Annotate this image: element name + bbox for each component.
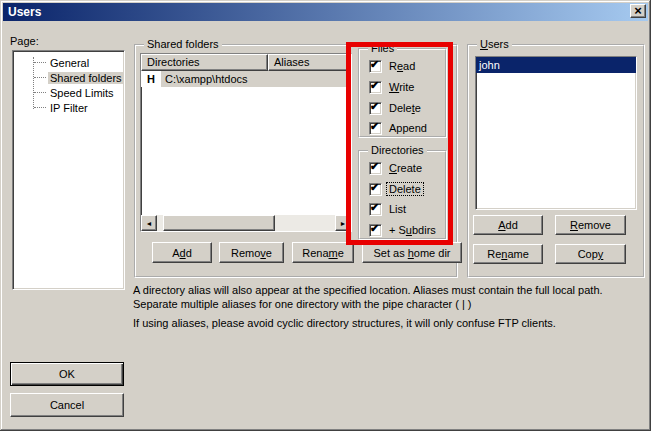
add-folder-button[interactable]: Add bbox=[152, 242, 212, 263]
alias-note-1: A directory alias will also appear at th… bbox=[133, 283, 640, 311]
scroll-right-icon[interactable] bbox=[335, 215, 351, 231]
copy-user-button[interactable]: Copy bbox=[555, 244, 626, 264]
shared-folders-group-label: Shared folders bbox=[144, 38, 222, 50]
users-group-label: Users bbox=[477, 38, 512, 50]
checkbox-subdirs[interactable]: + Subdirs bbox=[369, 223, 438, 237]
title-bar[interactable]: Users bbox=[3, 3, 648, 21]
checked-checkbox-icon[interactable] bbox=[369, 183, 382, 196]
page-tree[interactable]: General Shared folders Speed Limits IP F… bbox=[12, 50, 125, 290]
alias-notes: A directory alias will also appear at th… bbox=[133, 283, 640, 330]
cancel-button[interactable]: Cancel bbox=[10, 393, 124, 417]
close-icon[interactable] bbox=[630, 4, 646, 18]
files-group-label: Files bbox=[368, 42, 397, 54]
column-header-aliases[interactable]: Aliases bbox=[268, 54, 351, 71]
sidebar-item-general[interactable]: General bbox=[13, 55, 124, 70]
sidebar-item-shared-folders[interactable]: Shared folders bbox=[13, 70, 124, 85]
scrollbar-thumb[interactable] bbox=[163, 215, 275, 231]
remove-folder-button[interactable]: Remove bbox=[219, 242, 284, 263]
sidebar-item-ip-filter[interactable]: IP Filter bbox=[13, 100, 124, 115]
user-item-john[interactable]: john bbox=[476, 57, 636, 73]
checkbox-write[interactable]: Write bbox=[369, 80, 416, 94]
checked-checkbox-icon[interactable] bbox=[369, 102, 382, 115]
set-as-home-dir-button[interactable]: Set as home dir bbox=[362, 242, 462, 263]
sidebar-item-speed-limits[interactable]: Speed Limits bbox=[13, 85, 124, 100]
window-title: Users bbox=[8, 5, 41, 19]
checkbox-delete-file[interactable]: Delete bbox=[369, 101, 423, 115]
directories-group-label: Directories bbox=[368, 144, 427, 156]
checkbox-delete-dir[interactable]: Delete bbox=[369, 182, 423, 196]
alias-note-2: If using aliases, please avoid cyclic di… bbox=[133, 316, 640, 330]
checkbox-append[interactable]: Append bbox=[369, 121, 429, 135]
ok-button[interactable]: OK bbox=[10, 362, 124, 386]
add-user-button[interactable]: Add bbox=[473, 215, 543, 235]
checked-checkbox-icon[interactable] bbox=[369, 81, 382, 94]
checkbox-read[interactable]: Read bbox=[369, 59, 417, 73]
directories-listview[interactable]: Directories Aliases H C:\xampp\htdocs bbox=[140, 53, 352, 232]
page-label: Page: bbox=[10, 35, 39, 47]
checked-checkbox-icon[interactable] bbox=[369, 60, 382, 73]
rename-user-button[interactable]: Rename bbox=[473, 244, 543, 264]
scroll-left-icon[interactable] bbox=[141, 215, 157, 231]
checked-checkbox-icon[interactable] bbox=[369, 203, 382, 216]
users-dialog: Users Page: General Shared folders Speed… bbox=[0, 0, 651, 431]
checkbox-list[interactable]: List bbox=[369, 202, 408, 216]
listview-header: Directories Aliases bbox=[141, 54, 351, 71]
files-permissions-group: Files Read Write Delete Append bbox=[358, 48, 447, 138]
checkbox-create[interactable]: Create bbox=[369, 161, 424, 175]
checked-checkbox-icon[interactable] bbox=[369, 122, 382, 135]
column-header-directories[interactable]: Directories bbox=[141, 54, 268, 71]
directories-permissions-group: Directories Create Delete List + Subdirs bbox=[358, 150, 447, 240]
checked-checkbox-icon[interactable] bbox=[369, 224, 382, 237]
directory-path: C:\xampp\htdocs bbox=[161, 71, 351, 87]
home-flag: H bbox=[141, 71, 161, 87]
users-listbox[interactable]: john bbox=[475, 56, 637, 210]
directory-row[interactable]: H C:\xampp\htdocs bbox=[141, 71, 351, 87]
horizontal-scrollbar[interactable] bbox=[141, 215, 351, 231]
rename-folder-button[interactable]: Rename bbox=[292, 242, 354, 263]
checked-checkbox-icon[interactable] bbox=[369, 162, 382, 175]
remove-user-button[interactable]: Remove bbox=[555, 215, 626, 235]
